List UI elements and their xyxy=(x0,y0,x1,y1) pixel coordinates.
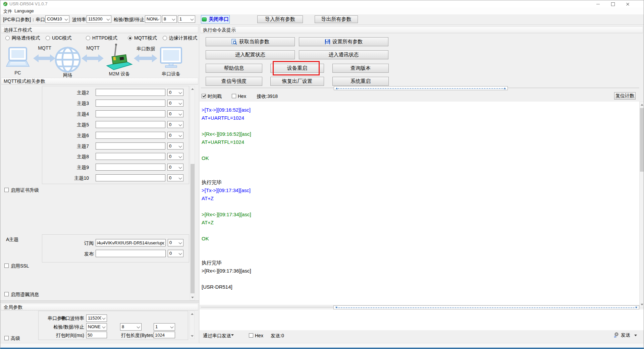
close-port-button[interactable]: 关闭串口 xyxy=(201,15,230,23)
work-mode-radio-label[interactable]: MQTT模式 xyxy=(134,35,157,41)
menu-language[interactable]: Language xyxy=(14,8,34,13)
global-stopbits-select[interactable]: 1 xyxy=(154,323,175,331)
advanced-checkbox[interactable] xyxy=(4,336,9,340)
com-port-select[interactable]: COM10 xyxy=(45,15,69,23)
device-restart-highlight xyxy=(273,61,320,75)
ssl-checkbox[interactable] xyxy=(4,264,9,268)
work-mode-radio-label[interactable]: UDC模式 xyxy=(52,35,71,41)
query-version-button[interactable]: 查询版本 xyxy=(332,64,389,73)
timestamp-checkbox[interactable] xyxy=(202,94,206,98)
scroll-down-icon[interactable] xyxy=(191,335,194,337)
global-scrollbar[interactable] xyxy=(190,311,195,339)
publish-input[interactable] xyxy=(96,250,166,257)
enter-comm-button[interactable]: 进入通讯状态 xyxy=(299,50,388,59)
topic-input[interactable] xyxy=(96,142,165,150)
work-mode-radio[interactable] xyxy=(5,36,10,40)
scroll-up-icon[interactable] xyxy=(641,104,643,106)
topic-qos-select[interactable]: 0 xyxy=(167,164,183,171)
send-hex-checkbox[interactable] xyxy=(249,333,253,338)
send-input-area[interactable] xyxy=(200,309,644,330)
command-panel-header: 执行命令及提示 xyxy=(200,26,643,33)
scroll-down-icon[interactable] xyxy=(191,297,194,298)
subscribe-input[interactable] xyxy=(96,239,166,246)
baud-select[interactable]: 115200 xyxy=(87,15,111,23)
work-mode-radio[interactable] xyxy=(86,36,90,40)
topic-qos-select[interactable]: 0 xyxy=(167,89,183,96)
export-params-button[interactable]: 导出所有参数 xyxy=(315,15,358,23)
get-params-button[interactable]: 获取当前参数 xyxy=(206,37,295,46)
scroll-down-icon[interactable] xyxy=(641,304,643,305)
topic-qos-select[interactable]: 0 xyxy=(167,153,183,160)
topic-qos-select[interactable]: 0 xyxy=(167,132,183,139)
log-hex-label: Hex xyxy=(238,94,246,99)
work-mode-radio-label[interactable]: HTTPD模式 xyxy=(92,35,117,41)
cert-upgrade-checkbox[interactable] xyxy=(4,188,9,192)
log-hex-checkbox[interactable] xyxy=(232,94,236,98)
send-h-scrollbar[interactable] xyxy=(333,305,639,309)
set-params-button[interactable]: 设置所有参数 xyxy=(299,37,388,46)
factory-reset-button[interactable]: 恢复出厂设置 xyxy=(270,77,324,86)
log-line: AT+Z xyxy=(202,194,639,202)
topic-input[interactable] xyxy=(96,174,165,181)
subscribe-qos-select[interactable]: 0 xyxy=(168,239,183,246)
pack-time-input[interactable] xyxy=(86,332,107,338)
log-area[interactable]: >[Tx->][09:16:52][asc]AT+UARTFL=1024 >[R… xyxy=(200,102,639,305)
mqtt-scrollbar[interactable] xyxy=(190,86,195,300)
topic-input[interactable] xyxy=(96,132,165,139)
work-mode-radio[interactable] xyxy=(46,36,50,40)
send-button[interactable]: 发送 xyxy=(613,332,640,339)
mqtt-scrollbar-thumb[interactable] xyxy=(191,164,195,293)
enter-config-button[interactable]: 进入配置状态 xyxy=(206,50,295,59)
parity-select[interactable]: NONI xyxy=(145,15,161,23)
work-mode-radio-label[interactable]: 边缘计算模式 xyxy=(169,35,197,41)
work-mode-options: 网络透传模式UDC模式HTTPD模式MQTT模式边缘计算模式 xyxy=(0,35,199,42)
minimize-button[interactable] xyxy=(591,0,605,8)
will-message-checkbox[interactable] xyxy=(4,292,9,296)
maximize-button[interactable] xyxy=(605,0,620,8)
menu-file[interactable]: 文件 xyxy=(3,8,12,14)
global-baud-select[interactable]: 115200 xyxy=(86,314,107,322)
publish-qos-select[interactable]: 0 xyxy=(168,250,183,257)
chevron-down-icon xyxy=(179,101,182,105)
work-mode-radio-label[interactable]: 网络透传模式 xyxy=(12,35,40,41)
topic-input[interactable] xyxy=(96,121,165,128)
log-line xyxy=(202,243,639,251)
topic-input[interactable] xyxy=(96,89,165,96)
topic-qos-select[interactable]: 0 xyxy=(167,174,183,181)
scroll-up-icon[interactable] xyxy=(191,313,194,315)
topic-qos-select[interactable]: 0 xyxy=(167,110,183,117)
databits-select[interactable]: 8 xyxy=(162,15,177,23)
global-databits-select[interactable]: 8 xyxy=(120,323,142,331)
stopbits-select[interactable]: 1 xyxy=(178,15,195,23)
topic-input[interactable] xyxy=(96,164,165,171)
topic-qos-select[interactable]: 0 xyxy=(167,142,183,150)
scroll-up-icon[interactable] xyxy=(191,88,194,90)
work-mode-radio[interactable] xyxy=(128,36,132,40)
import-params-label: 导入所有参数 xyxy=(265,16,295,22)
via-serial-dropdown[interactable]: 通过串口发送 xyxy=(203,333,231,339)
global-parity-select[interactable]: NONE xyxy=(86,323,107,331)
log-line: >[Rx<-][09:16:52][asc] xyxy=(202,130,639,138)
via-serial-arrow-icon[interactable] xyxy=(231,334,234,336)
close-button[interactable] xyxy=(620,0,635,8)
log-v-scrollbar[interactable] xyxy=(639,102,644,307)
topic-qos-select[interactable]: 0 xyxy=(167,100,183,107)
left-splitter[interactable] xyxy=(0,301,199,301)
topic-qos-select[interactable]: 0 xyxy=(167,121,183,128)
pack-len-input[interactable] xyxy=(154,332,175,338)
log-h-scrollbar[interactable] xyxy=(334,86,508,90)
topic-input[interactable] xyxy=(96,110,165,117)
log-line: >[Tx->][09:17:34][asc] xyxy=(202,186,639,194)
system-restart-button[interactable]: 系统重启 xyxy=(332,77,389,86)
network-globe-icon xyxy=(56,48,80,72)
topic-input[interactable] xyxy=(96,100,165,107)
help-info-button[interactable]: 帮助信息 xyxy=(206,64,262,73)
import-params-button[interactable]: 导入所有参数 xyxy=(257,15,303,23)
work-mode-radio[interactable] xyxy=(163,36,167,40)
send-arrow-icon[interactable] xyxy=(634,335,637,336)
query-signal-button[interactable]: 查信号强度 xyxy=(206,77,262,86)
log-scrollbar-thumb[interactable] xyxy=(640,108,644,172)
topic-input[interactable] xyxy=(96,153,165,160)
reset-count-button[interactable]: 复位计数 xyxy=(614,92,636,100)
serial-device-icon xyxy=(161,48,181,67)
